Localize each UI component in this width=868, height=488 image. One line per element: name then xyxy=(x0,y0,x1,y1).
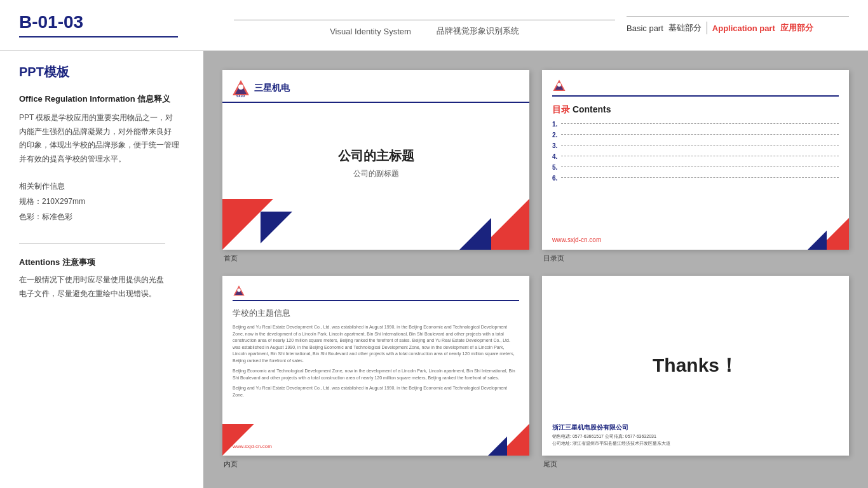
header: B-01-03 Visual Identity System 品牌视觉形象识别系… xyxy=(0,0,868,51)
toc-website: www.sxjd-cn.com xyxy=(552,236,601,243)
svg-point-6 xyxy=(557,83,561,87)
header-underline xyxy=(19,36,178,37)
inner-tri-red-bl xyxy=(222,424,254,456)
header-nav: Visual Identity System 品牌视觉形象识别系统 xyxy=(330,25,519,37)
meta-label: 相关制作信息 xyxy=(19,179,184,194)
toc-label: 目录页 xyxy=(542,254,564,263)
header-left: B-01-03 xyxy=(19,13,222,37)
header-right-nav: Basic part 基础部分 Application part 应用部分 xyxy=(627,22,813,34)
toc-items: 1. 2. 3. 4. xyxy=(552,121,839,182)
slide-cover-wrapper: SXJD 三星机电 公司的主标题 公司的副标题 首页 xyxy=(222,70,529,263)
inner-body-3: Beijing and Yu Real Estate Development C… xyxy=(233,385,519,398)
nav-separator xyxy=(707,22,707,34)
thanks-text: Thanks！ xyxy=(653,353,738,379)
tri-blue-br xyxy=(459,218,491,250)
inner-body-1: Beijing and Yu Real Estate Development C… xyxy=(233,324,519,364)
svg-point-2 xyxy=(238,85,243,90)
tri-blue-bl xyxy=(261,212,292,243)
sidebar: PPT模板 Office Regulation Information 信息释义… xyxy=(0,51,203,488)
slide-inner-wrapper: 学校的主题信息 Beijing and Yu Real Estate Devel… xyxy=(222,276,529,469)
toc-title-red: 目录 xyxy=(552,104,570,114)
sidebar-section-title: Office Regulation Information 信息释义 xyxy=(19,93,184,105)
toc-item-6: 6. xyxy=(552,175,839,182)
header-right-line xyxy=(627,16,849,17)
header-center: Visual Identity System 品牌视觉形象识别系统 xyxy=(222,13,627,37)
company-info-2: 公司地址: 浙江省温州市平阳县鳌江经济技术开发区鳌东大道 xyxy=(552,440,670,447)
svg-text:SXJD: SXJD xyxy=(236,94,245,98)
slide-end-wrapper: Thanks！ 浙江三星机电股份有限公司 销售电话: 0577-63661517… xyxy=(542,276,849,469)
inner-logo-area xyxy=(233,285,519,297)
slide-cover: SXJD 三星机电 公司的主标题 公司的副标题 xyxy=(222,70,529,250)
main-content: PPT模板 Office Regulation Information 信息释义… xyxy=(0,51,868,488)
sidebar-title: PPT模板 xyxy=(19,64,184,81)
slide-inner: 学校的主题信息 Beijing and Yu Real Estate Devel… xyxy=(222,276,529,456)
header-right-block: Basic part 基础部分 Application part 应用部分 xyxy=(627,16,849,34)
toc-item-4: 4. xyxy=(552,153,839,160)
inner-body-2: Beijing Economic and Technological Devel… xyxy=(233,368,519,381)
toc-logo-icon xyxy=(552,79,566,93)
sidebar-divider xyxy=(19,243,165,244)
nav-basic-en: Basic part xyxy=(627,24,663,33)
sidebar-desc: PPT 模板是学校应用的重要实用物品之一，对 内能产生强烈的品牌凝聚力，对外能带… xyxy=(19,111,184,166)
sidebar-meta: 相关制作信息 规格：210X297mm 色彩：标准色彩 xyxy=(19,179,184,224)
toc-item-3: 3. xyxy=(552,142,839,149)
toc-item-5: 5. xyxy=(552,164,839,171)
nav-vis-en: Visual Identity System xyxy=(330,27,411,36)
meta-color: 色彩：标准色彩 xyxy=(19,209,184,224)
cover-logo-icon: SXJD xyxy=(231,79,250,98)
toc-title: 目录 Contents xyxy=(552,104,839,116)
cover-blue-line xyxy=(222,102,529,103)
page-code: B-01-03 xyxy=(19,13,222,31)
toc-item-2: 2. xyxy=(552,132,839,139)
attentions-desc: 在一般情况下使用时应尽量使用提供的光盘 电子文件，尽量避免在重绘中出现错误。 xyxy=(19,273,184,301)
toc-item-1: 1. xyxy=(552,121,839,128)
nav-basic-cn: 基础部分 xyxy=(668,22,702,34)
toc-tri-blue-br xyxy=(808,231,827,250)
cover-label: 首页 xyxy=(222,254,238,263)
inner-blue-line xyxy=(233,300,519,301)
header-center-top: Visual Identity System 品牌视觉形象识别系统 xyxy=(234,20,615,37)
attentions-title: Attentions 注意事项 xyxy=(19,257,184,268)
nav-app-en: Application part xyxy=(712,24,775,33)
nav-app-cn: 应用部分 xyxy=(780,22,813,34)
cover-sub-title: 公司的副标题 xyxy=(353,168,399,179)
inner-label: 内页 xyxy=(222,459,238,469)
inner-subtitle: 学校的主题信息 xyxy=(233,308,519,319)
company-name: 浙江三星机电股份有限公司 xyxy=(552,423,670,433)
slide-toc-wrapper: 目录 Contents 1. 2. 3. xyxy=(542,70,849,263)
preview-area: SXJD 三星机电 公司的主标题 公司的副标题 首页 xyxy=(203,51,868,488)
cover-logo: SXJD 三星机电 xyxy=(231,79,290,98)
end-label: 尾页 xyxy=(542,459,557,469)
toc-logo-area xyxy=(552,79,839,93)
inner-logo-icon xyxy=(233,285,245,297)
meta-size: 规格：210X297mm xyxy=(19,194,184,209)
company-info: 浙江三星机电股份有限公司 销售电话: 0577-63661517 公司传真: 0… xyxy=(552,423,670,447)
cover-main-title: 公司的主标题 xyxy=(338,147,414,165)
slide-end: Thanks！ 浙江三星机电股份有限公司 销售电话: 0577-63661517… xyxy=(542,276,849,456)
nav-vis-cn: 品牌视觉形象识别系统 xyxy=(437,25,519,37)
company-info-1: 销售电话: 0577-63661517 公司传真: 0577-63632031 xyxy=(552,433,670,440)
inner-tri-blue-br xyxy=(488,437,507,456)
toc-title-black: Contents xyxy=(573,104,611,114)
header-top-line xyxy=(234,20,615,20)
svg-point-9 xyxy=(237,288,240,292)
toc-blue-line xyxy=(552,95,839,97)
cover-logo-text: 三星机电 xyxy=(254,83,290,94)
slide-toc: 目录 Contents 1. 2. 3. xyxy=(542,70,849,250)
